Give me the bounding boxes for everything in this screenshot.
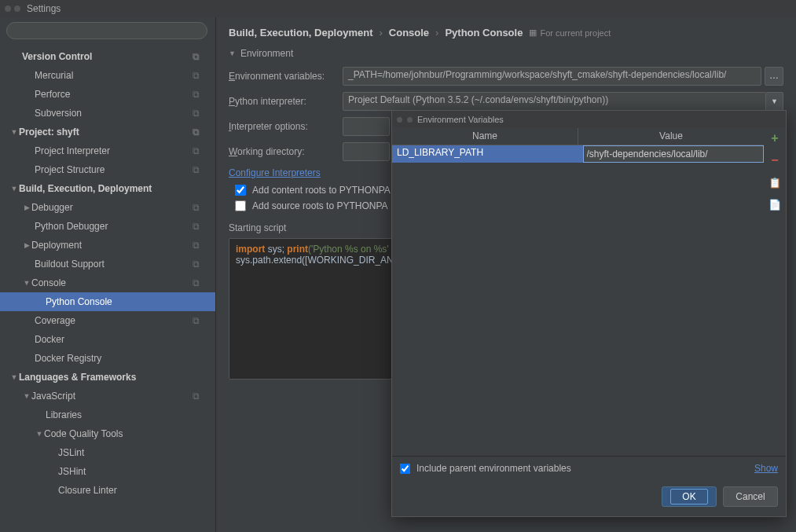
sidebar-item[interactable]: Libraries: [0, 405, 215, 424]
sidebar-item[interactable]: ▼ Code Quality Tools: [0, 424, 215, 443]
copy-icon: ⧉: [193, 89, 200, 100]
configure-interpreters-link[interactable]: Configure Interpreters: [229, 167, 321, 178]
chevron-icon: ▼: [9, 373, 19, 381]
paste-button[interactable]: 📄: [768, 197, 782, 211]
sidebar-item[interactable]: ▶ Debugger⧉: [0, 198, 215, 217]
sidebar-item[interactable]: ▼ Build, Execution, Deployment: [0, 179, 215, 198]
sidebar-item-label: Project Interpreter: [35, 145, 110, 156]
sidebar-item-label: JavaScript: [31, 391, 75, 402]
window-title: Settings: [27, 3, 61, 14]
show-link[interactable]: Show: [754, 463, 778, 474]
sidebar-item[interactable]: Version Control⧉: [0, 47, 215, 66]
sidebar-item[interactable]: Project Interpreter⧉: [0, 141, 215, 160]
cell-value[interactable]: [583, 145, 765, 163]
copy-icon: ⧉: [193, 277, 200, 288]
sidebar-item-label: Docker: [35, 334, 64, 345]
cancel-button[interactable]: Cancel: [723, 486, 778, 507]
cell-name[interactable]: LD_LIBRARY_PATH: [392, 145, 583, 163]
table-body[interactable]: LD_LIBRARY_PATH: [392, 145, 764, 456]
env-var-browse-button[interactable]: …: [765, 67, 783, 86]
dialog-close-dot[interactable]: [397, 117, 402, 123]
dialog-titlebar: Environment Variables: [392, 111, 786, 128]
sidebar-item[interactable]: Perforce⧉: [0, 85, 215, 104]
copy-icon: ⧉: [193, 145, 200, 156]
script-text: sys;: [265, 244, 287, 255]
sidebar-item[interactable]: Closure Linter: [0, 481, 215, 500]
sidebar-item[interactable]: JSHint: [0, 462, 215, 481]
sidebar-item-label: Subversion: [35, 108, 82, 119]
chevron-icon: ▼: [35, 430, 44, 438]
chevron-icon: ▼: [9, 128, 19, 136]
add-content-roots-checkbox[interactable]: [235, 185, 246, 196]
copy-icon: ⧉: [193, 391, 200, 402]
search-input[interactable]: [6, 22, 207, 39]
options-input[interactable]: [343, 117, 390, 136]
env-section-label: Environment: [240, 48, 293, 59]
sidebar-item-label: Mercurial: [35, 70, 73, 81]
sidebar-item[interactable]: ▶ Deployment⧉: [0, 236, 215, 255]
workdir-input[interactable]: [343, 142, 390, 161]
table-row[interactable]: LD_LIBRARY_PATH: [392, 145, 764, 163]
env-table: Name Value LD_LIBRARY_PATH: [392, 128, 764, 456]
breadcrumb-sep: ›: [435, 27, 438, 39]
copy-button[interactable]: 📋: [768, 175, 782, 189]
dialog-min-dot[interactable]: [407, 117, 413, 123]
sidebar-item[interactable]: Project Structure⧉: [0, 160, 215, 179]
close-dot[interactable]: [5, 6, 11, 12]
search-wrap: 🔍: [0, 17, 215, 44]
interpreter-select[interactable]: Project Default (Python 3.5.2 (~/.conda/…: [343, 92, 766, 111]
script-str: ('Python %s on %s': [308, 244, 389, 255]
chevron-icon: ▼: [22, 279, 31, 287]
copy-icon: ⧉: [193, 127, 200, 138]
sidebar-item-label: Debugger: [31, 202, 73, 213]
ok-button[interactable]: OK: [662, 486, 717, 507]
copy-icon: ⧉: [193, 51, 200, 62]
sidebar-item[interactable]: Python Debugger⧉: [0, 217, 215, 236]
min-dot[interactable]: [14, 6, 20, 12]
sidebar-item-label: Code Quality Tools: [44, 428, 123, 439]
add-source-roots-checkbox[interactable]: [235, 200, 246, 211]
dialog-title: Environment Variables: [417, 115, 504, 124]
dialog-body: Name Value LD_LIBRARY_PATH + − 📋 📄: [392, 128, 786, 456]
sidebar-item[interactable]: ▼ JavaScript⧉: [0, 387, 215, 405]
sidebar-item[interactable]: Docker: [0, 330, 215, 349]
interpreter-row: Python interpreter: Project Default (Pyt…: [229, 92, 783, 111]
breadcrumb-item[interactable]: Python Console: [445, 27, 523, 39]
table-toolbar: + − 📋 📄: [764, 128, 786, 456]
sidebar-item[interactable]: ▼ Project: shyft⧉: [0, 123, 215, 141]
env-var-input[interactable]: _PATH=/home/johnbur/Programming/workspac…: [343, 67, 761, 86]
breadcrumb-sep: ›: [379, 27, 382, 39]
sidebar-item-label: Project Structure: [35, 164, 105, 175]
sidebar-item[interactable]: Python Console: [0, 292, 215, 311]
remove-button[interactable]: −: [768, 153, 782, 167]
env-section-header[interactable]: ▼ Environment: [229, 48, 783, 59]
sidebar-item[interactable]: Docker Registry: [0, 349, 215, 368]
sidebar-item-label: Buildout Support: [35, 259, 105, 270]
copy-icon: ⧉: [193, 259, 200, 270]
cell-value-input[interactable]: [583, 145, 765, 163]
sidebar-item[interactable]: Subversion⧉: [0, 104, 215, 123]
include-parent-checkbox[interactable]: [400, 464, 410, 474]
sidebar-item[interactable]: Buildout Support⧉: [0, 255, 215, 273]
breadcrumb-item[interactable]: Console: [389, 27, 429, 39]
breadcrumb-item[interactable]: Build, Execution, Deployment: [229, 27, 372, 39]
sidebar-item-label: Version Control: [22, 51, 92, 62]
settings-tree[interactable]: Version Control⧉Mercurial⧉Perforce⧉Subve…: [0, 44, 215, 532]
sidebar-item-label: Coverage: [35, 315, 75, 326]
window-titlebar: Settings: [0, 0, 796, 17]
project-badge: ▦ For current project: [529, 28, 611, 38]
chevron-icon: ▶: [22, 241, 31, 249]
sidebar-item[interactable]: ▼ Languages & Frameworks: [0, 368, 215, 387]
col-value[interactable]: Value: [578, 128, 764, 145]
col-name[interactable]: Name: [392, 128, 578, 145]
add-content-roots-label: Add content roots to PYTHONPA: [252, 185, 391, 196]
interpreter-label: Python interpreter:: [229, 96, 343, 107]
sidebar-item[interactable]: JSLint: [0, 443, 215, 462]
copy-icon: ⧉: [193, 221, 200, 232]
interpreter-dropdown-button[interactable]: ▼: [766, 92, 783, 111]
sidebar-item[interactable]: ▼ Console⧉: [0, 273, 215, 292]
copy-icon: ⧉: [193, 164, 200, 175]
add-button[interactable]: +: [768, 131, 782, 145]
sidebar-item[interactable]: Coverage⧉: [0, 311, 215, 330]
sidebar-item[interactable]: Mercurial⧉: [0, 66, 215, 85]
